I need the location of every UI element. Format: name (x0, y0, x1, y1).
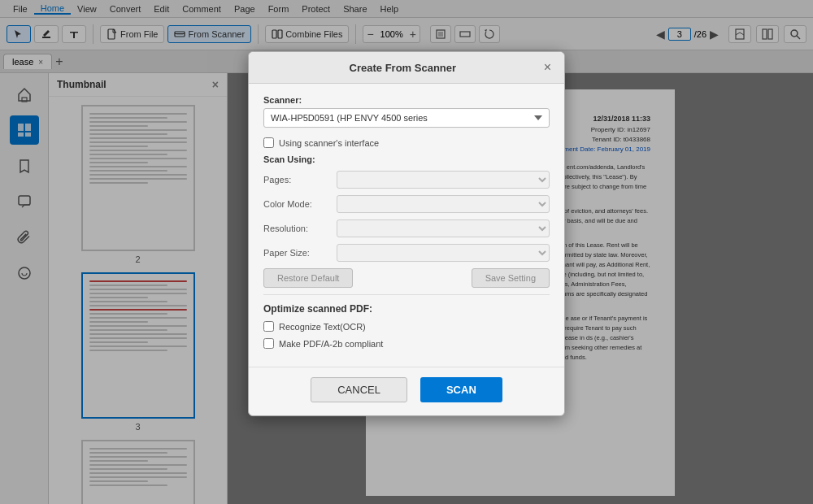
color-mode-select[interactable] (337, 195, 550, 213)
modal-close-button[interactable]: × (544, 60, 551, 75)
paper-size-row: Paper Size: (263, 244, 550, 262)
modal-title: Create From Scanner (262, 62, 544, 74)
ocr-row: Recognize Text(OCR) (263, 321, 550, 332)
scan-button[interactable]: SCAN (420, 377, 502, 402)
paper-size-select[interactable] (337, 244, 550, 262)
paper-size-label: Paper Size: (263, 248, 337, 258)
scan-using-section-title: Scan Using: (263, 154, 550, 164)
modal-body: Scanner: WIA-HP5D0591 (HP ENVY 4500 seri… (249, 84, 564, 367)
restore-default-button[interactable]: Restore Default (263, 268, 353, 288)
pdfa-row: Make PDF/A-2b compliant (263, 338, 550, 349)
optimize-title: Optimize scanned PDF: (263, 303, 550, 315)
resolution-row: Resolution: (263, 219, 550, 237)
color-mode-label: Color Mode: (263, 199, 337, 209)
ocr-label[interactable]: Recognize Text(OCR) (279, 322, 366, 332)
section-divider (263, 294, 550, 295)
pages-row: Pages: (263, 171, 550, 189)
pdfa-label[interactable]: Make PDF/A-2b compliant (279, 339, 383, 349)
save-setting-button[interactable]: Save Setting (472, 268, 550, 288)
settings-buttons-row: Restore Default Save Setting (263, 268, 550, 288)
resolution-select[interactable] (337, 219, 550, 237)
optimize-section: Optimize scanned PDF: Recognize Text(OCR… (263, 303, 550, 349)
ocr-checkbox[interactable] (263, 321, 274, 332)
scanner-interface-label[interactable]: Using scanner's interface (279, 138, 379, 148)
pages-label: Pages: (263, 175, 337, 185)
scanner-label: Scanner: (263, 95, 550, 105)
create-from-scanner-dialog: Create From Scanner × Scanner: WIA-HP5D0… (248, 51, 565, 416)
pages-select[interactable] (337, 171, 550, 189)
resolution-label: Resolution: (263, 224, 337, 233)
pdfa-checkbox[interactable] (263, 338, 274, 349)
scanner-interface-row: Using scanner's interface (263, 137, 550, 148)
cancel-button[interactable]: CANCEL (311, 377, 407, 402)
modal-header: Create From Scanner × (249, 52, 564, 84)
modal-footer: CANCEL SCAN (249, 367, 564, 415)
color-mode-row: Color Mode: (263, 195, 550, 213)
scanner-select[interactable]: WIA-HP5D0591 (HP ENVY 4500 series (263, 108, 550, 128)
scanner-interface-checkbox[interactable] (263, 137, 274, 148)
scanner-group: Scanner: WIA-HP5D0591 (HP ENVY 4500 seri… (263, 95, 550, 128)
